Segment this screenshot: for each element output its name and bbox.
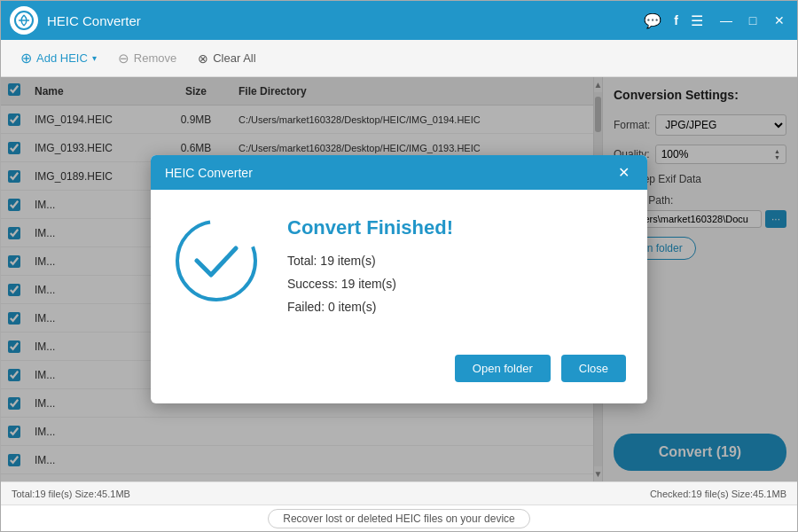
modal-overlay: HEIC Converter ✕ Convert Finished! Total… xyxy=(1,77,797,481)
title-bar: HEIC Converter 💬 f ☰ — □ ✕ xyxy=(1,1,797,40)
modal-open-folder-button[interactable]: Open folder xyxy=(455,355,551,382)
modal-header: HEIC Converter ✕ xyxy=(151,155,647,190)
app-window: HEIC Converter 💬 f ☰ — □ ✕ ⊕ Add HEIC ▾ … xyxy=(0,0,798,532)
success-icon xyxy=(172,216,261,305)
modal-close-action-button[interactable]: Close xyxy=(561,355,626,382)
status-right: Checked:19 file(s) Size:45.1MB xyxy=(650,489,786,499)
modal-heading: Convert Finished! xyxy=(287,216,626,239)
minimize-button[interactable]: — xyxy=(717,13,735,27)
modal-failed: Failed: 0 item(s) xyxy=(287,300,626,314)
clear-icon: ⊗ xyxy=(198,51,208,66)
clear-label: Clear All xyxy=(213,51,255,65)
status-bar: Total:19 file(s) Size:45.1MB Checked:19 … xyxy=(1,481,797,505)
menu-icon[interactable]: ☰ xyxy=(691,12,703,29)
main-area: Name Size File Directory IMG_0194.HEIC0.… xyxy=(1,77,797,481)
modal-body: Convert Finished! Total: 19 item(s) Succ… xyxy=(151,190,647,344)
add-icon: ⊕ xyxy=(20,50,32,66)
modal-close-button[interactable]: ✕ xyxy=(614,164,633,181)
remove-icon: ⊖ xyxy=(118,51,129,66)
clear-all-button[interactable]: ⊗ Clear All xyxy=(189,47,264,70)
toolbar: ⊕ Add HEIC ▾ ⊖ Remove ⊗ Clear All xyxy=(1,40,797,77)
modal-dialog: HEIC Converter ✕ Convert Finished! Total… xyxy=(151,155,647,403)
app-logo xyxy=(10,6,38,35)
window-controls: — □ ✕ xyxy=(717,13,788,27)
close-button[interactable]: ✕ xyxy=(771,13,788,27)
maximize-button[interactable]: □ xyxy=(744,13,762,27)
app-title: HEIC Converter xyxy=(47,13,644,28)
add-label: Add HEIC xyxy=(36,51,88,65)
modal-title: HEIC Converter xyxy=(165,166,253,180)
dropdown-arrow-icon[interactable]: ▾ xyxy=(92,53,97,63)
remove-button[interactable]: ⊖ Remove xyxy=(109,46,185,71)
chat-icon[interactable]: 💬 xyxy=(644,12,661,29)
facebook-icon[interactable]: f xyxy=(674,13,678,27)
remove-label: Remove xyxy=(134,51,176,65)
svg-point-1 xyxy=(177,222,255,300)
add-heic-button[interactable]: ⊕ Add HEIC ▾ xyxy=(12,45,106,71)
modal-total: Total: 19 item(s) xyxy=(287,254,626,268)
recover-link[interactable]: Recover lost or deleted HEIC files on yo… xyxy=(268,509,529,528)
modal-footer: Open folder Close xyxy=(151,344,647,403)
modal-content: Convert Finished! Total: 19 item(s) Succ… xyxy=(287,216,626,323)
status-left: Total:19 file(s) Size:45.1MB xyxy=(12,489,130,499)
modal-success: Success: 19 item(s) xyxy=(287,277,626,291)
recover-bar: Recover lost or deleted HEIC files on yo… xyxy=(1,505,797,531)
title-bar-icons: 💬 f ☰ xyxy=(644,12,703,29)
